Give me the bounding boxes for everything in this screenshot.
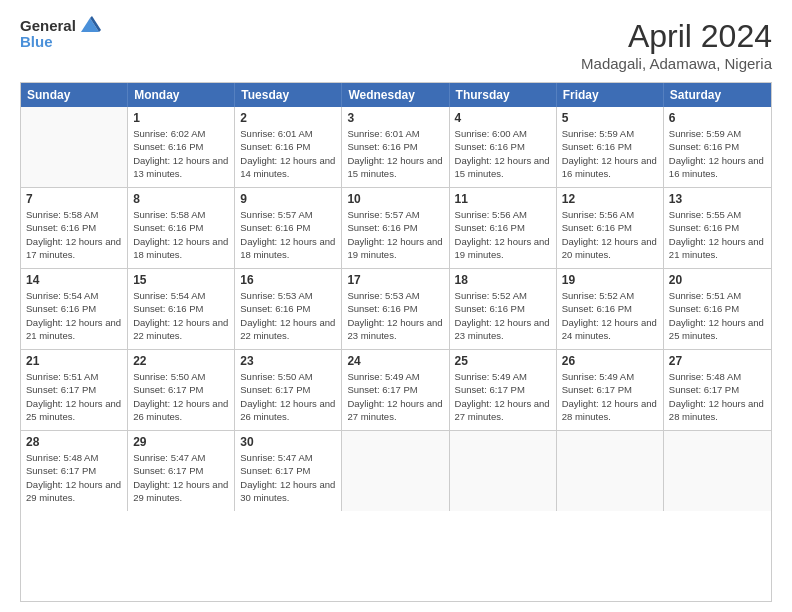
sunrise-value: 6:01 AM	[278, 128, 313, 139]
calendar-cell: 24 Sunrise: 5:49 AM Sunset: 6:17 PM Dayl…	[342, 350, 449, 430]
sunset-label: Sunset:	[669, 303, 704, 314]
sunset-label: Sunset:	[240, 303, 275, 314]
sunset-label: Sunset:	[455, 141, 490, 152]
calendar-cell	[664, 431, 771, 511]
sunrise-label: Sunrise:	[133, 452, 171, 463]
day-info: Sunrise: 5:48 AM Sunset: 6:17 PM Dayligh…	[669, 370, 766, 423]
day-info: Sunrise: 5:56 AM Sunset: 6:16 PM Dayligh…	[455, 208, 551, 261]
sunset-value: 6:16 PM	[61, 303, 96, 314]
calendar-cell: 22 Sunrise: 5:50 AM Sunset: 6:17 PM Dayl…	[128, 350, 235, 430]
day-number: 18	[455, 273, 551, 287]
sunrise-label: Sunrise:	[240, 128, 278, 139]
sunset-value: 6:17 PM	[168, 384, 203, 395]
day-number: 16	[240, 273, 336, 287]
sunrise-value: 5:53 AM	[385, 290, 420, 301]
sunset-value: 6:16 PM	[704, 222, 739, 233]
sunset-label: Sunset:	[455, 222, 490, 233]
sunrise-value: 5:59 AM	[706, 128, 741, 139]
daylight-label: Daylight: 12 hours and 16 minutes.	[669, 155, 764, 179]
calendar-cell: 20 Sunrise: 5:51 AM Sunset: 6:16 PM Dayl…	[664, 269, 771, 349]
daylight-label: Daylight: 12 hours and 23 minutes.	[347, 317, 442, 341]
sunset-value: 6:16 PM	[489, 141, 524, 152]
sunrise-value: 6:02 AM	[171, 128, 206, 139]
sunset-label: Sunset:	[562, 303, 597, 314]
calendar-cell: 5 Sunrise: 5:59 AM Sunset: 6:16 PM Dayli…	[557, 107, 664, 187]
day-number: 26	[562, 354, 658, 368]
calendar-cell: 13 Sunrise: 5:55 AM Sunset: 6:16 PM Dayl…	[664, 188, 771, 268]
sunset-label: Sunset:	[455, 303, 490, 314]
sunrise-label: Sunrise:	[455, 128, 493, 139]
logo-blue: Blue	[20, 33, 101, 50]
daylight-label: Daylight: 12 hours and 14 minutes.	[240, 155, 335, 179]
day-number: 19	[562, 273, 658, 287]
sunrise-value: 5:49 AM	[385, 371, 420, 382]
daylight-label: Daylight: 12 hours and 28 minutes.	[669, 398, 764, 422]
daylight-label: Daylight: 12 hours and 21 minutes.	[669, 236, 764, 260]
day-number: 23	[240, 354, 336, 368]
day-info: Sunrise: 5:49 AM Sunset: 6:17 PM Dayligh…	[347, 370, 443, 423]
calendar-week: 21 Sunrise: 5:51 AM Sunset: 6:17 PM Dayl…	[21, 350, 771, 431]
calendar-cell: 14 Sunrise: 5:54 AM Sunset: 6:16 PM Dayl…	[21, 269, 128, 349]
daylight-label: Daylight: 12 hours and 26 minutes.	[133, 398, 228, 422]
day-number: 24	[347, 354, 443, 368]
calendar-body: 1 Sunrise: 6:02 AM Sunset: 6:16 PM Dayli…	[21, 107, 771, 511]
sunrise-value: 5:49 AM	[599, 371, 634, 382]
sunrise-value: 5:58 AM	[171, 209, 206, 220]
day-info: Sunrise: 5:47 AM Sunset: 6:17 PM Dayligh…	[133, 451, 229, 504]
sunrise-label: Sunrise:	[347, 371, 385, 382]
sunrise-label: Sunrise:	[455, 290, 493, 301]
calendar-cell: 6 Sunrise: 5:59 AM Sunset: 6:16 PM Dayli…	[664, 107, 771, 187]
sunset-value: 6:16 PM	[489, 222, 524, 233]
logo: General Blue	[20, 18, 101, 50]
subtitle: Madagali, Adamawa, Nigeria	[581, 55, 772, 72]
daylight-label: Daylight: 12 hours and 25 minutes.	[26, 398, 121, 422]
sunrise-value: 5:51 AM	[64, 371, 99, 382]
sunset-value: 6:16 PM	[489, 303, 524, 314]
daylight-label: Daylight: 12 hours and 18 minutes.	[240, 236, 335, 260]
daylight-label: Daylight: 12 hours and 29 minutes.	[133, 479, 228, 503]
day-info: Sunrise: 6:01 AM Sunset: 6:16 PM Dayligh…	[240, 127, 336, 180]
day-info: Sunrise: 5:48 AM Sunset: 6:17 PM Dayligh…	[26, 451, 122, 504]
day-info: Sunrise: 5:59 AM Sunset: 6:16 PM Dayligh…	[562, 127, 658, 180]
sunset-label: Sunset:	[26, 303, 61, 314]
sunrise-value: 5:56 AM	[492, 209, 527, 220]
day-number: 15	[133, 273, 229, 287]
sunset-label: Sunset:	[133, 222, 168, 233]
day-number: 10	[347, 192, 443, 206]
calendar-cell	[450, 431, 557, 511]
sunset-label: Sunset:	[562, 141, 597, 152]
day-number: 20	[669, 273, 766, 287]
sunrise-value: 5:50 AM	[171, 371, 206, 382]
day-info: Sunrise: 5:54 AM Sunset: 6:16 PM Dayligh…	[26, 289, 122, 342]
day-info: Sunrise: 5:59 AM Sunset: 6:16 PM Dayligh…	[669, 127, 766, 180]
calendar-cell: 11 Sunrise: 5:56 AM Sunset: 6:16 PM Dayl…	[450, 188, 557, 268]
daylight-label: Daylight: 12 hours and 22 minutes.	[240, 317, 335, 341]
sunset-label: Sunset:	[669, 141, 704, 152]
day-info: Sunrise: 5:57 AM Sunset: 6:16 PM Dayligh…	[240, 208, 336, 261]
day-number: 21	[26, 354, 122, 368]
sunrise-label: Sunrise:	[240, 209, 278, 220]
daylight-label: Daylight: 12 hours and 17 minutes.	[26, 236, 121, 260]
sunset-label: Sunset:	[133, 384, 168, 395]
sunset-value: 6:16 PM	[597, 222, 632, 233]
calendar-cell: 4 Sunrise: 6:00 AM Sunset: 6:16 PM Dayli…	[450, 107, 557, 187]
sunrise-label: Sunrise:	[26, 452, 64, 463]
sunset-label: Sunset:	[455, 384, 490, 395]
calendar-cell: 2 Sunrise: 6:01 AM Sunset: 6:16 PM Dayli…	[235, 107, 342, 187]
sunrise-value: 5:58 AM	[64, 209, 99, 220]
day-info: Sunrise: 5:57 AM Sunset: 6:16 PM Dayligh…	[347, 208, 443, 261]
sunset-value: 6:17 PM	[489, 384, 524, 395]
day-number: 30	[240, 435, 336, 449]
calendar-cell: 28 Sunrise: 5:48 AM Sunset: 6:17 PM Dayl…	[21, 431, 128, 511]
sunset-label: Sunset:	[347, 384, 382, 395]
day-number: 1	[133, 111, 229, 125]
header-day: Sunday	[21, 83, 128, 107]
sunset-value: 6:17 PM	[61, 384, 96, 395]
sunrise-label: Sunrise:	[240, 290, 278, 301]
daylight-label: Daylight: 12 hours and 29 minutes.	[26, 479, 121, 503]
day-number: 12	[562, 192, 658, 206]
sunset-value: 6:16 PM	[168, 141, 203, 152]
daylight-label: Daylight: 12 hours and 22 minutes.	[133, 317, 228, 341]
sunset-label: Sunset:	[562, 222, 597, 233]
calendar-cell: 9 Sunrise: 5:57 AM Sunset: 6:16 PM Dayli…	[235, 188, 342, 268]
